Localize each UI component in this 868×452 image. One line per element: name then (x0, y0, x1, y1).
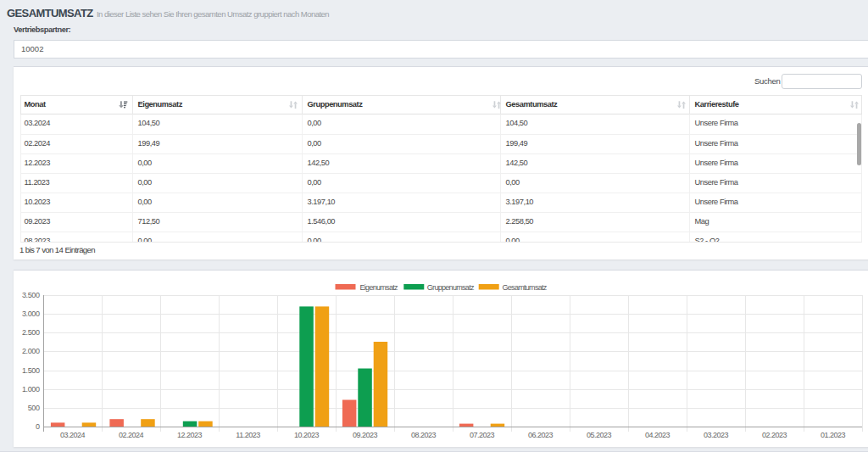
svg-text:11.2023: 11.2023 (236, 431, 260, 439)
svg-text:Eigenumsatz: Eigenumsatz (360, 283, 399, 292)
svg-text:3.500: 3.500 (22, 291, 40, 299)
svg-text:07.2023: 07.2023 (470, 431, 495, 439)
svg-text:12.2023: 12.2023 (177, 431, 203, 439)
svg-text:03.2024: 03.2024 (60, 431, 86, 439)
svg-text:01.2023: 01.2023 (821, 431, 846, 439)
svg-text:04.2023: 04.2023 (645, 431, 670, 439)
svg-text:1.000: 1.000 (22, 385, 40, 393)
svg-text:10.2023: 10.2023 (294, 431, 320, 439)
svg-text:09.2023: 09.2023 (353, 431, 378, 439)
svg-text:0: 0 (36, 422, 40, 431)
svg-text:1.500: 1.500 (22, 366, 40, 375)
svg-text:Gruppenumsatz: Gruppenumsatz (427, 283, 475, 292)
svg-text:08.2023: 08.2023 (411, 431, 437, 439)
svg-text:2.500: 2.500 (22, 328, 40, 337)
svg-text:03.2023: 03.2023 (704, 431, 729, 439)
svg-text:02.2024: 02.2024 (119, 431, 144, 439)
svg-text:05.2023: 05.2023 (587, 431, 612, 439)
svg-text:2.000: 2.000 (22, 347, 40, 355)
svg-text:Gesamtumsatz: Gesamtumsatz (503, 283, 548, 292)
svg-text:3.000: 3.000 (22, 310, 40, 318)
svg-text:02.2023: 02.2023 (762, 431, 787, 439)
svg-text:500: 500 (28, 404, 40, 412)
svg-text:06.2023: 06.2023 (528, 431, 554, 439)
